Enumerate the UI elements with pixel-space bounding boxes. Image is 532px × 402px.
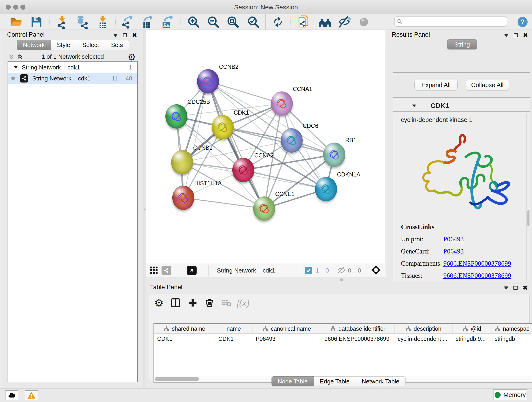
network-node-cdkn1a[interactable] <box>315 177 337 201</box>
selected-checkbox-icon[interactable] <box>305 267 312 274</box>
network-node-cdc6[interactable] <box>281 128 303 153</box>
network-selection-status: 1 of 1 Network selected <box>2 53 143 60</box>
open-session-button[interactable] <box>9 15 23 29</box>
network-collection-row[interactable]: String Network – cdk1 1 <box>8 62 137 73</box>
protein-thumbnail <box>216 120 230 134</box>
first-neighbors-button[interactable] <box>317 15 332 29</box>
hide-selected-button[interactable] <box>337 15 352 29</box>
network-node-cdk1[interactable] <box>212 115 234 139</box>
panel-menu-icon[interactable] <box>504 34 509 37</box>
network-edge[interactable] <box>208 81 282 104</box>
export-image-button[interactable] <box>160 15 174 29</box>
zoom-selected-button[interactable] <box>246 15 261 29</box>
tab-sets[interactable]: Sets <box>105 40 129 50</box>
zoom-fit-button[interactable] <box>226 15 240 29</box>
new-network-from-selection-button[interactable] <box>297 15 311 29</box>
tab-node-table[interactable]: Node Table <box>272 376 314 386</box>
panel-close-icon[interactable]: ✖ <box>523 285 528 291</box>
add-column-icon[interactable] <box>188 297 198 308</box>
network-options-gear-icon[interactable]: ⚙ <box>128 52 136 62</box>
collapse-all-button[interactable]: Collapse All <box>466 80 509 90</box>
show-all-button[interactable] <box>356 15 371 29</box>
import-table-button[interactable] <box>95 15 110 29</box>
zoom-in-button[interactable] <box>186 15 201 29</box>
column-header-name[interactable]: name <box>215 324 253 333</box>
warnings-button[interactable] <box>25 390 38 400</box>
network-node-ccne1[interactable] <box>253 196 275 221</box>
column-header-label: database identifier <box>338 325 385 332</box>
crosslink-link[interactable]: P06493 <box>443 248 464 255</box>
column-header-shared-name[interactable]: shared name <box>154 324 215 333</box>
table-cell[interactable]: cyclin-dependent ... <box>394 334 452 344</box>
tab-network-table[interactable]: Network Table <box>356 376 405 386</box>
results-scrollbar-thumb[interactable] <box>527 210 530 226</box>
column-header-database-identifier[interactable]: database identifier <box>321 324 394 333</box>
network-node-rb1[interactable] <box>323 143 345 167</box>
tab-string[interactable]: String <box>447 39 477 50</box>
network-edge[interactable] <box>243 170 326 189</box>
detach-view-icon[interactable] <box>187 266 196 275</box>
network-view-title: String Network – cdk1 <box>217 267 275 274</box>
apply-layout-button[interactable] <box>271 15 285 29</box>
search-input[interactable] <box>403 18 501 25</box>
table-cell[interactable]: stringdb:9... <box>452 334 491 344</box>
tab-select[interactable]: Select <box>76 40 105 50</box>
network-row-selected[interactable]: String Network – cdk1 11 48 <box>8 73 137 84</box>
column-header-canonical-name[interactable]: canonical name <box>253 324 321 333</box>
import-network-database-button[interactable] <box>75 15 90 29</box>
network-node-ccnb1[interactable] <box>171 150 193 174</box>
crosslink-link[interactable]: 9606.ENSP00000378699 <box>443 260 511 267</box>
pan-crosshair-icon[interactable] <box>371 265 381 276</box>
crosslink-link[interactable]: P06493 <box>443 235 464 243</box>
table-row[interactable]: CDK1CDK1P064939606.ENSP00000378699cyclin… <box>154 334 532 344</box>
vertical-splitter[interactable] <box>143 30 146 388</box>
table-cell[interactable]: CDK1 <box>154 334 215 344</box>
export-table-button[interactable] <box>140 15 155 29</box>
save-session-button[interactable] <box>29 15 44 29</box>
zoom-out-button[interactable] <box>206 15 221 29</box>
tree-expand-icon[interactable] <box>13 65 18 69</box>
network-node-cdc25b[interactable] <box>165 104 187 128</box>
network-overview-share-icon[interactable] <box>162 266 171 275</box>
expand-all-button[interactable]: Expand All <box>414 80 457 90</box>
show-columns-icon[interactable] <box>170 297 181 308</box>
table-cell[interactable]: CDK1 <box>215 334 253 344</box>
tab-network[interactable]: Network <box>17 40 51 50</box>
section-collapse-icon[interactable] <box>412 104 417 108</box>
panel-float-icon[interactable] <box>514 33 518 37</box>
network-canvas[interactable]: CCNB2CCNA1CDC25BCDK1CDC6RB1CCNB1CCNA2CDK… <box>146 30 385 263</box>
panel-menu-icon[interactable] <box>113 34 118 37</box>
birds-eye-view-icon[interactable] <box>149 265 158 275</box>
help-button[interactable]: ? <box>515 15 530 29</box>
tab-edge-table[interactable]: Edge Table <box>314 376 356 386</box>
gene-section-header[interactable]: CDK1 <box>393 100 530 112</box>
import-network-file-button[interactable] <box>55 15 70 29</box>
column-header-description[interactable]: description <box>394 324 452 333</box>
crosslink-link[interactable]: 9606.ENSP00000378699 <box>443 272 511 279</box>
panel-close-icon[interactable]: ✖ <box>523 32 528 38</box>
control-panel: Control Panel ✖ NetworkStyleSelectSets 1… <box>2 30 143 388</box>
export-network-button[interactable] <box>120 15 135 29</box>
panel-float-icon[interactable] <box>123 33 127 37</box>
network-node-ccna1[interactable] <box>271 91 293 116</box>
network-edge[interactable] <box>208 81 264 209</box>
panel-close-icon[interactable]: ✖ <box>132 32 137 38</box>
table-cell[interactable]: P06493 <box>253 334 321 344</box>
memory-button[interactable]: Memory <box>493 389 527 400</box>
table-cell[interactable]: 9606.ENSP00000378699 <box>321 334 394 344</box>
table-cell[interactable]: stringdb <box>491 334 532 344</box>
table-settings-gear-icon[interactable]: ⚙ <box>154 297 164 308</box>
network-node-ccna2[interactable] <box>232 158 254 182</box>
network-node-hist1h1a[interactable] <box>172 186 194 210</box>
protein-thumbnail <box>236 163 250 177</box>
panel-float-icon[interactable] <box>513 286 518 290</box>
network-edge[interactable] <box>183 198 264 209</box>
delete-column-trash-icon[interactable] <box>205 297 214 308</box>
column-header-namespac[interactable]: namespac <box>491 324 532 333</box>
panel-menu-icon[interactable] <box>504 287 508 289</box>
network-node-ccnb2[interactable] <box>197 69 219 94</box>
tab-style[interactable]: Style <box>51 40 76 50</box>
column-header--id[interactable]: @id <box>452 324 491 333</box>
cloud-button[interactable] <box>5 390 18 400</box>
table-hscrollbar-thumb[interactable] <box>155 377 199 381</box>
